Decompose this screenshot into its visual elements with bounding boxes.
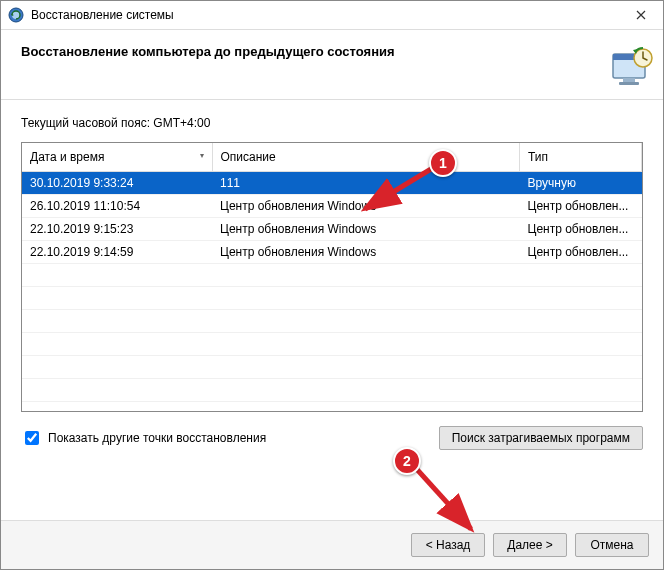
cell-datetime: 22.10.2019 9:15:23 xyxy=(22,218,212,241)
cell-description: 111 xyxy=(212,172,520,195)
table-row-empty xyxy=(22,379,642,402)
cancel-button[interactable]: Отмена xyxy=(575,533,649,557)
system-restore-window: Восстановление системы Восстановление ко… xyxy=(0,0,664,570)
affected-programs-button[interactable]: Поиск затрагиваемых программ xyxy=(439,426,643,450)
cell-description: Центр обновления Windows xyxy=(212,195,520,218)
titlebar: Восстановление системы xyxy=(1,1,663,30)
cell-type: Центр обновлен... xyxy=(520,241,642,264)
below-table-row: Показать другие точки восстановления Пои… xyxy=(21,426,643,450)
show-more-points-label: Показать другие точки восстановления xyxy=(48,431,266,445)
table-row[interactable]: 30.10.2019 9:33:24111Вручную xyxy=(22,172,642,195)
table-row[interactable]: 22.10.2019 9:15:23Центр обновления Windo… xyxy=(22,218,642,241)
table-row-empty xyxy=(22,287,642,310)
restore-monitor-icon xyxy=(609,46,657,93)
svg-rect-5 xyxy=(619,82,639,85)
table-row[interactable]: 22.10.2019 9:14:59Центр обновления Windo… xyxy=(22,241,642,264)
sort-indicator-icon: ▾ xyxy=(200,151,204,160)
cell-datetime: 22.10.2019 9:14:59 xyxy=(22,241,212,264)
cell-datetime: 26.10.2019 11:10:54 xyxy=(22,195,212,218)
table-row-empty xyxy=(22,356,642,379)
cell-description: Центр обновления Windows xyxy=(212,241,520,264)
column-type[interactable]: Тип xyxy=(520,143,642,172)
table-row-empty xyxy=(22,402,642,413)
svg-rect-4 xyxy=(623,78,635,82)
close-button[interactable] xyxy=(619,1,663,29)
header-area: Восстановление компьютера до предыдущего… xyxy=(1,30,663,100)
wizard-footer: < Назад Далее > Отмена xyxy=(1,520,663,569)
window-title: Восстановление системы xyxy=(31,8,619,22)
cell-datetime: 30.10.2019 9:33:24 xyxy=(22,172,212,195)
cell-type: Центр обновлен... xyxy=(520,218,642,241)
table-row-empty xyxy=(22,264,642,287)
header-title: Восстановление компьютера до предыдущего… xyxy=(21,44,643,59)
timezone-label: Текущий часовой пояс: GMT+4:00 xyxy=(21,116,643,130)
column-datetime[interactable]: Дата и время ▾ xyxy=(22,143,212,172)
back-button[interactable]: < Назад xyxy=(411,533,485,557)
cell-type: Вручную xyxy=(520,172,642,195)
show-more-points-input[interactable] xyxy=(25,431,39,445)
cell-description: Центр обновления Windows xyxy=(212,218,520,241)
next-button[interactable]: Далее > xyxy=(493,533,567,557)
system-restore-icon xyxy=(7,6,25,24)
table-row-empty xyxy=(22,333,642,356)
restore-points-table[interactable]: Дата и время ▾ Описание Тип 30.10.2019 9… xyxy=(21,142,643,412)
table-row-empty xyxy=(22,310,642,333)
content-area: Текущий часовой пояс: GMT+4:00 Дата и вр… xyxy=(1,100,663,460)
cell-type: Центр обновлен... xyxy=(520,195,642,218)
show-more-points-checkbox[interactable]: Показать другие точки восстановления xyxy=(21,428,439,448)
table-row[interactable]: 26.10.2019 11:10:54Центр обновления Wind… xyxy=(22,195,642,218)
column-description[interactable]: Описание xyxy=(212,143,520,172)
